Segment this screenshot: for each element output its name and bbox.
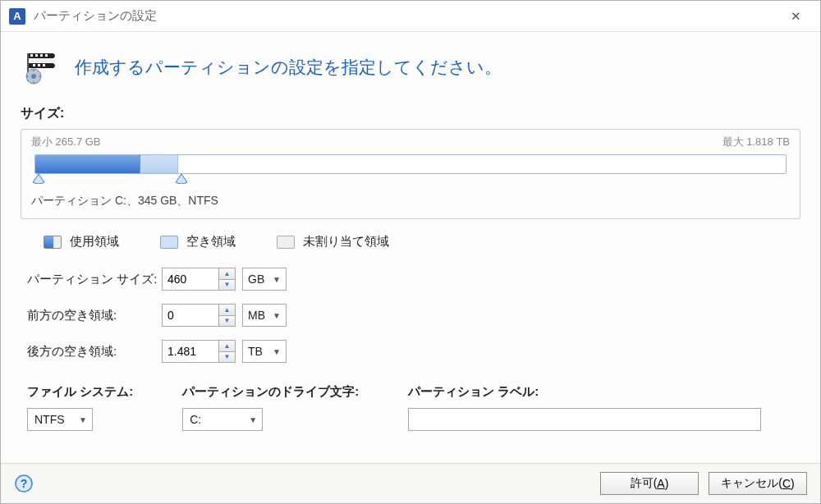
label-drive-letter: パーティションのドライブ文字:	[182, 384, 359, 400]
legend: 使用領域 空き領域 未割り当て領域	[21, 234, 800, 268]
chevron-down-icon: ▼	[273, 311, 281, 320]
wizard-flag-icon	[25, 50, 60, 85]
cancel-button[interactable]: キャンセル(C)	[709, 472, 807, 495]
unit-partition-size-value: GB	[248, 273, 264, 286]
spin-up-space-after[interactable]: ▲	[219, 341, 235, 351]
row-partition-size: パーティション サイズ: ▲ ▼ GB ▼	[27, 268, 794, 291]
label-space-after: 後方の空き領域:	[27, 344, 162, 360]
row-space-after: 後方の空き領域: ▲ ▼ TB ▼	[27, 340, 794, 363]
input-partition-size[interactable]	[162, 268, 219, 291]
svg-rect-6	[38, 64, 40, 66]
spin-down-space-before[interactable]: ▼	[219, 315, 235, 327]
cancel-button-label-prefix: キャンセル(	[721, 476, 782, 491]
partition-bar-wrap	[31, 154, 790, 190]
legend-used-label: 使用領域	[70, 234, 119, 250]
input-space-after[interactable]	[162, 340, 219, 363]
combo-filesystem[interactable]: NTFS ▼	[27, 408, 93, 431]
legend-unallocated-swatch	[277, 236, 295, 249]
svg-rect-2	[35, 54, 38, 57]
header: 作成するパーティションの設定を指定してください。	[1, 32, 820, 105]
col-drive-letter: パーティションのドライブ文字: C: ▼	[182, 384, 359, 431]
spin-up-partition-size[interactable]: ▲	[219, 268, 235, 279]
col-partition-label: パーティション ラベル:	[408, 384, 761, 431]
legend-free: 空き領域	[160, 234, 236, 250]
unit-space-before[interactable]: MB ▼	[242, 304, 287, 327]
svg-rect-3	[40, 54, 43, 57]
legend-used: 使用領域	[44, 234, 119, 250]
footer: ? 許可(A) キャンセル(C)	[1, 463, 820, 503]
ok-button-mnemonic: A	[657, 477, 664, 490]
app-icon: A	[9, 8, 25, 25]
combo-drive-letter-value: C:	[190, 413, 201, 426]
unit-space-after[interactable]: TB ▼	[242, 340, 287, 363]
partition-bar-used	[35, 155, 140, 173]
chevron-down-icon: ▼	[79, 415, 87, 424]
legend-free-label: 空き領域	[186, 234, 236, 250]
ok-button[interactable]: 許可(A)	[600, 472, 699, 495]
label-filesystem: ファイル システム:	[27, 384, 133, 400]
label-partition-label: パーティション ラベル:	[408, 384, 761, 400]
spin-down-partition-size[interactable]: ▼	[219, 279, 235, 291]
row-trip: ファイル システム: NTFS ▼ パーティションのドライブ文字: C: ▼ パ…	[21, 376, 800, 438]
legend-unallocated-label: 未割り当て領域	[303, 234, 389, 250]
legend-unallocated: 未割り当て領域	[277, 234, 389, 250]
svg-text:?: ?	[21, 477, 28, 490]
max-size-label: 最大 1.818 TB	[722, 135, 790, 149]
unit-space-after-value: TB	[248, 345, 263, 358]
svg-point-9	[31, 74, 36, 79]
combo-filesystem-value: NTFS	[34, 413, 65, 426]
combo-drive-letter[interactable]: C: ▼	[182, 408, 263, 431]
min-size-label: 最小 265.7 GB	[31, 135, 101, 149]
cancel-button-mnemonic: C	[782, 477, 791, 490]
input-partition-label[interactable]	[408, 408, 761, 431]
svg-rect-4	[45, 54, 48, 57]
unit-space-before-value: MB	[248, 309, 265, 322]
ok-button-label-suffix: )	[665, 477, 669, 490]
numeric-fields: パーティション サイズ: ▲ ▼ GB ▼ 前方の空き領域:	[21, 268, 800, 376]
header-instruction: 作成するパーティションの設定を指定してください。	[75, 56, 502, 79]
legend-free-swatch	[160, 236, 178, 249]
partition-info-text: パーティション C:、345 GB、NTFS	[31, 194, 790, 208]
spin-down-space-after[interactable]: ▼	[219, 351, 235, 363]
label-space-before: 前方の空き領域:	[27, 308, 162, 323]
label-partition-size: パーティション サイズ:	[27, 272, 162, 287]
col-filesystem: ファイル システム: NTFS ▼	[27, 384, 133, 431]
partition-bar-free	[140, 155, 178, 173]
svg-rect-7	[43, 64, 45, 66]
partition-handle-left[interactable]	[33, 174, 44, 184]
input-space-before[interactable]	[162, 304, 219, 327]
unit-partition-size[interactable]: GB ▼	[242, 268, 287, 291]
cancel-button-label-suffix: )	[791, 477, 795, 490]
svg-rect-1	[30, 54, 33, 57]
chevron-down-icon: ▼	[273, 347, 281, 356]
legend-used-swatch	[44, 236, 62, 249]
partition-handle-right[interactable]	[176, 174, 187, 184]
ok-button-label-prefix: 許可(	[631, 476, 658, 491]
size-section-label: サイズ:	[21, 105, 800, 122]
svg-rect-5	[33, 64, 35, 66]
titlebar: A パーティションの設定 ✕	[1, 1, 820, 32]
chevron-down-icon: ▼	[273, 275, 281, 284]
close-button[interactable]: ✕	[779, 4, 812, 29]
row-space-before: 前方の空き領域: ▲ ▼ MB ▼	[27, 304, 794, 327]
spin-up-space-before[interactable]: ▲	[219, 305, 235, 315]
window-title: パーティションの設定	[34, 8, 779, 24]
chevron-down-icon: ▼	[249, 415, 257, 424]
partition-panel: 最小 265.7 GB 最大 1.818 TB パーティション C:、34	[21, 129, 800, 219]
dialog-window: A パーティションの設定 ✕ 作成するパ	[0, 0, 821, 504]
help-icon[interactable]: ?	[14, 474, 34, 493]
partition-bar[interactable]	[34, 154, 787, 174]
